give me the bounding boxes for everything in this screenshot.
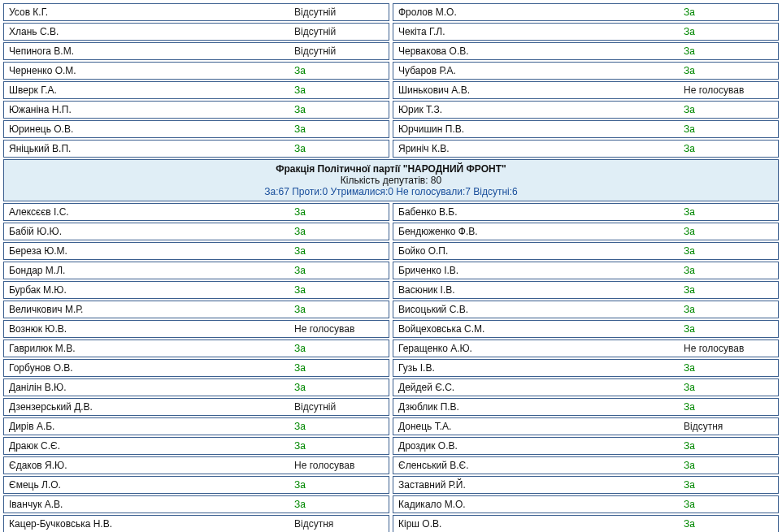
deputy-name: Южаніна Н.П. xyxy=(9,104,294,115)
vote-cell: Бриченко І.В.За xyxy=(393,262,779,279)
vote-row: Береза Ю.М.ЗаБойко О.П.За xyxy=(3,242,779,260)
vote-row: Алексєєв І.С.ЗаБабенко В.Б.За xyxy=(3,203,779,221)
vote-value: За xyxy=(294,65,384,76)
vote-value: Відсутній xyxy=(294,401,384,413)
vote-cell: Дейдей Є.С.За xyxy=(393,378,779,396)
vote-row: Величкович М.Р.ЗаВисоцький С.В.За xyxy=(3,301,779,318)
deputy-name: Гузь І.В. xyxy=(398,362,684,374)
vote-row: Данілін В.Ю.ЗаДейдей Є.С.За xyxy=(3,378,779,396)
deputy-name: Войцеховська С.М. xyxy=(398,323,684,335)
deputy-name: Васюник І.В. xyxy=(398,284,684,296)
vote-cell: Дзензерський Д.В.Відсутній xyxy=(3,398,389,416)
vote-cell: Алексєєв І.С.За xyxy=(3,203,389,221)
deputy-name: Дзюблик П.В. xyxy=(398,401,684,413)
vote-row: Юринець О.В.ЗаЮрчишин П.В.За xyxy=(3,120,779,138)
deputy-name: Єленський В.Є. xyxy=(398,460,684,471)
vote-value: За xyxy=(294,479,384,491)
vote-row: Южаніна Н.П.ЗаЮрик Т.З.За xyxy=(3,101,779,119)
vote-row: Чепинога В.М.ВідсутнійЧервакова О.В.За xyxy=(3,42,779,60)
vote-value: За xyxy=(684,440,773,452)
vote-value: За xyxy=(294,104,384,115)
vote-cell: Дзюблик П.В.За xyxy=(393,398,779,416)
deputy-name: Черненко О.М. xyxy=(9,65,294,76)
deputy-name: Кацер-Бучковська Н.В. xyxy=(9,518,294,530)
deputy-name: Геращенко А.Ю. xyxy=(398,343,684,354)
vote-value: За xyxy=(294,206,384,218)
deputy-name: Дзензерський Д.В. xyxy=(9,401,294,413)
deputy-name: Висоцький С.В. xyxy=(398,304,684,315)
deputy-name: Величкович М.Р. xyxy=(9,304,294,315)
vote-value: Відсутня xyxy=(684,421,773,432)
deputy-name: Данілін В.Ю. xyxy=(9,382,294,393)
deputy-name: Фролов М.О. xyxy=(398,6,684,18)
deputy-name: Усов К.Г. xyxy=(9,6,294,18)
vote-cell: Бондар М.Л.За xyxy=(3,262,389,279)
deputy-name: Червакова О.В. xyxy=(398,45,684,57)
vote-cell: Бабій Ю.Ю.За xyxy=(3,223,389,240)
deputy-name: Шверк Г.А. xyxy=(9,84,294,96)
vote-row: Єдаков Я.Ю.Не голосувавЄленський В.Є.За xyxy=(3,456,779,474)
deputy-name: Бриченко І.В. xyxy=(398,265,684,276)
vote-value: За xyxy=(684,6,773,18)
vote-value: За xyxy=(684,104,773,115)
deputy-name: Бойко О.П. xyxy=(398,245,684,257)
vote-value: За xyxy=(294,143,384,154)
vote-cell: Червакова О.В.За xyxy=(393,42,779,60)
vote-value: За xyxy=(684,143,773,154)
deputy-name: Дейдей Є.С. xyxy=(398,382,684,393)
top-section: Усов К.Г.ВідсутнійФролов М.О.ЗаХлань С.В… xyxy=(3,3,779,158)
deputy-name: Яніцький В.П. xyxy=(9,143,294,154)
vote-cell: Бойко О.П.За xyxy=(393,242,779,260)
vote-value: За xyxy=(294,304,384,315)
vote-row: Драюк С.Є.ЗаДроздик О.В.За xyxy=(3,437,779,455)
vote-cell: Ємець Л.О.За xyxy=(3,476,389,494)
vote-cell: Хлань С.В.Відсутній xyxy=(3,23,389,41)
vote-value: Відсутній xyxy=(294,6,384,18)
vote-cell: Дирів А.Б.За xyxy=(3,417,389,435)
vote-value: Відсутній xyxy=(294,45,384,57)
vote-cell: Єдаков Я.Ю.Не голосував xyxy=(3,456,389,474)
vote-cell: Єленський В.Є.За xyxy=(393,456,779,474)
deputy-name: Ємець Л.О. xyxy=(9,479,294,491)
vote-value: За xyxy=(684,323,773,335)
vote-row: Черненко О.М.ЗаЧубаров Р.А.За xyxy=(3,62,779,80)
vote-row: Дзензерський Д.В.ВідсутнійДзюблик П.В.За xyxy=(3,398,779,416)
deputy-name: Бабій Ю.Ю. xyxy=(9,226,294,237)
vote-value: Не голосував xyxy=(684,343,773,354)
vote-value: За xyxy=(294,421,384,432)
vote-cell: Дроздик О.В.За xyxy=(393,437,779,455)
vote-cell: Фролов М.О.За xyxy=(393,3,779,21)
vote-row: Горбунов О.В.ЗаГузь І.В.За xyxy=(3,359,779,377)
bottom-section: Алексєєв І.С.ЗаБабенко В.Б.ЗаБабій Ю.Ю.З… xyxy=(3,203,779,532)
vote-value: За xyxy=(684,401,773,413)
vote-value: За xyxy=(294,362,384,374)
vote-value: Не голосував xyxy=(294,460,384,471)
vote-cell: Бендюженко Ф.В.За xyxy=(393,223,779,240)
vote-value: За xyxy=(684,362,773,374)
vote-cell: Чубаров Р.А.За xyxy=(393,62,779,80)
deputy-name: Горбунов О.В. xyxy=(9,362,294,374)
deputy-name: Єдаков Я.Ю. xyxy=(9,460,294,471)
vote-cell: Васюник І.В.За xyxy=(393,281,779,299)
vote-value: За xyxy=(684,245,773,257)
vote-cell: Кірш О.В.За xyxy=(393,515,779,532)
vote-value: За xyxy=(684,265,773,276)
vote-cell: Юринець О.В.За xyxy=(3,120,389,138)
vote-value: За xyxy=(294,440,384,452)
deputy-name: Юрик Т.З. xyxy=(398,104,684,115)
vote-row: Усов К.Г.ВідсутнійФролов М.О.За xyxy=(3,3,779,21)
vote-value: За xyxy=(294,245,384,257)
vote-value: За xyxy=(294,84,384,96)
vote-value: За xyxy=(684,123,773,135)
deputy-name: Кадикало М.О. xyxy=(398,499,684,510)
vote-value: За xyxy=(684,45,773,57)
vote-cell: Юрик Т.З.За xyxy=(393,101,779,119)
vote-cell: Вознюк Ю.В.Не голосував xyxy=(3,320,389,338)
deputy-name: Кірш О.В. xyxy=(398,518,684,530)
vote-row: Яніцький В.П.ЗаЯриніч К.В.За xyxy=(3,140,779,158)
vote-value: За xyxy=(684,382,773,393)
vote-cell: Войцеховська С.М.За xyxy=(393,320,779,338)
vote-cell: Южаніна Н.П.За xyxy=(3,101,389,119)
deputy-name: Заставний Р.Й. xyxy=(398,479,684,491)
vote-row: Бабій Ю.Ю.ЗаБендюженко Ф.В.За xyxy=(3,223,779,240)
